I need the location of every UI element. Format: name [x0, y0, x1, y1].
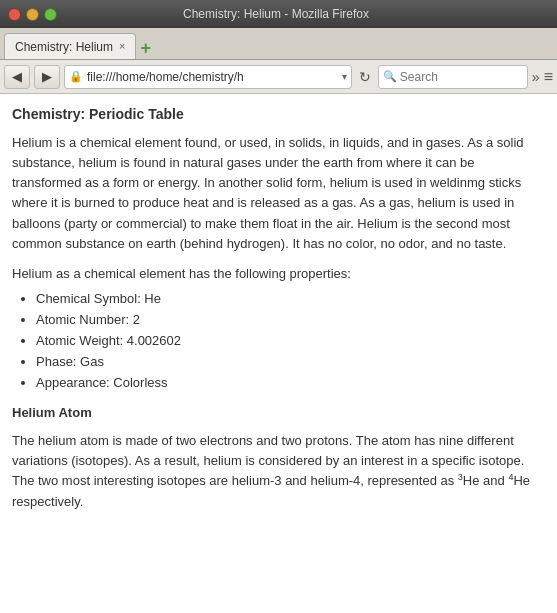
address-dropdown-icon[interactable]: ▾: [342, 71, 347, 82]
search-input[interactable]: [400, 70, 523, 84]
atom-section-heading: Helium Atom: [12, 403, 545, 423]
title-bar: Chemistry: Helium - Mozilla Firefox: [0, 0, 557, 28]
back-button[interactable]: ◀: [4, 65, 30, 89]
properties-list: Chemical Symbol: He Atomic Number: 2 Ato…: [36, 289, 545, 393]
address-bar[interactable]: 🔒 file:///home/home/chemistry/h ▾: [64, 65, 352, 89]
atom-text-1: The helium atom is made of two electrons…: [12, 433, 524, 489]
atom-paragraph: The helium atom is made of two electrons…: [12, 431, 545, 512]
search-bar[interactable]: 🔍: [378, 65, 528, 89]
address-text: file:///home/home/chemistry/h: [87, 70, 338, 84]
close-button[interactable]: [8, 8, 21, 21]
tab-close-button[interactable]: ×: [119, 41, 125, 52]
window-controls: [8, 8, 57, 21]
intro-paragraph: Helium is a chemical element found, or u…: [12, 133, 545, 254]
tab-label: Chemistry: Helium: [15, 40, 113, 54]
minimize-button[interactable]: [26, 8, 39, 21]
properties-intro: Helium as a chemical element has the fol…: [12, 264, 545, 284]
nav-bar: ◀ ▶ 🔒 file:///home/home/chemistry/h ▾ ↻ …: [0, 60, 557, 94]
forward-button[interactable]: ▶: [34, 65, 60, 89]
page-title: Chemistry: Periodic Table: [12, 104, 545, 125]
menu-button[interactable]: ≡: [544, 68, 553, 86]
list-item: Phase: Gas: [36, 352, 545, 373]
browser-tab[interactable]: Chemistry: Helium ×: [4, 33, 136, 59]
list-item: Atomic Number: 2: [36, 310, 545, 331]
window-title: Chemistry: Helium - Mozilla Firefox: [63, 7, 489, 21]
tab-bar: Chemistry: Helium × +: [0, 28, 557, 60]
maximize-button[interactable]: [44, 8, 57, 21]
address-icon: 🔒: [69, 70, 83, 83]
list-item: Atomic Weight: 4.002602: [36, 331, 545, 352]
he3-text: He: [463, 473, 480, 488]
refresh-button[interactable]: ↻: [356, 69, 374, 85]
list-item: Appearance: Colorless: [36, 373, 545, 394]
page-content: Chemistry: Periodic Table Helium is a ch…: [0, 94, 557, 613]
overflow-button[interactable]: »: [532, 69, 540, 85]
atom-text-2: and: [479, 473, 508, 488]
list-item: Chemical Symbol: He: [36, 289, 545, 310]
new-tab-button[interactable]: +: [140, 39, 151, 57]
search-icon: 🔍: [383, 70, 397, 83]
